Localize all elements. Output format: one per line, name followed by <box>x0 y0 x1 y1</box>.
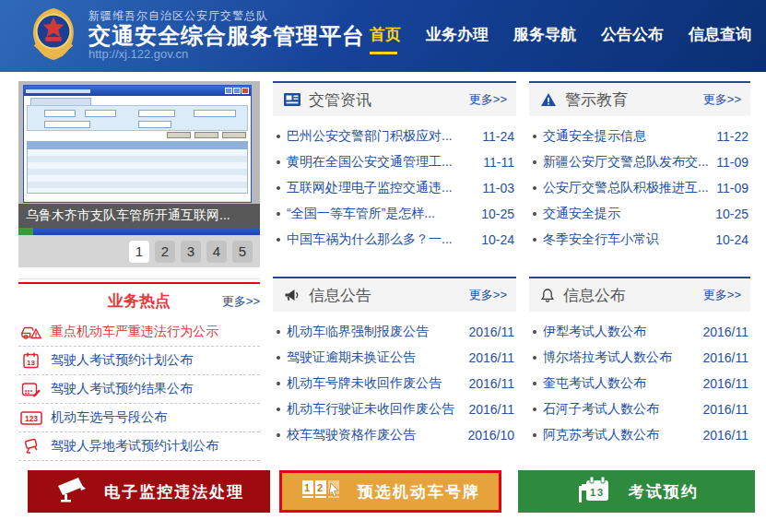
svg-text:13: 13 <box>27 359 35 367</box>
hotspot-item: 重点机动车严重违法行为公示 <box>18 318 260 347</box>
carousel-page-3[interactable]: 3 <box>181 241 201 263</box>
list-item: 机动车号牌未收回作废公告2016/11 <box>273 371 516 396</box>
banner-surveillance-violation[interactable]: 电子监控违法处理 <box>28 470 270 513</box>
bullet-dot <box>277 382 280 385</box>
news-carousel: 乌鲁木齐市支队车管所开通互联网... 1 2 3 4 5 <box>18 81 260 267</box>
quick-action-banners: 电子监控违法处理 1 2 预选机动车号牌 <box>0 470 766 513</box>
notice-link[interactable]: 机动车号牌未收回作废公告 <box>287 375 442 392</box>
news-link[interactable]: 巴州公安交警部门积极应对... <box>287 128 453 145</box>
news-link[interactable]: 黄明在全国公安交通管理工... <box>287 154 453 171</box>
car-alert-icon <box>18 323 44 341</box>
megaphone-icon <box>284 288 301 302</box>
item-date: 11-09 <box>716 181 748 195</box>
publish-link[interactable]: 博尔塔拉考试人数公布 <box>543 349 672 366</box>
site-url: http://xj.122.gov.cn <box>88 48 365 62</box>
hotspot-link-violation-publicity[interactable]: 重点机动车严重违法行为公示 <box>51 324 218 340</box>
banner-preselect-plate[interactable]: 1 2 预选机动车号牌 <box>279 470 502 513</box>
news-link[interactable]: 中国车祸为什么那么多？一... <box>287 231 453 248</box>
news-link[interactable]: 互联网处理电子监控交通违... <box>287 180 453 196</box>
screenshot-titlebar <box>24 86 251 96</box>
hotspot-link-plate-numbers[interactable]: 机动车选号号段公布 <box>51 409 167 426</box>
publish-link[interactable]: 石河子考试人数公布 <box>543 401 659 418</box>
bullet-dot <box>533 212 536 216</box>
screenshot-taskbar <box>18 228 260 235</box>
nav-item-home[interactable]: 首页 <box>370 24 401 54</box>
calendar-13-icon: 13 <box>18 351 44 370</box>
item-date: 2016/10 <box>467 428 514 443</box>
list-item: 伊犁考试人数公布2016/11 <box>529 319 750 345</box>
site-header: 新疆维吾尔自治区公安厅交警总队 交通安全综合服务管理平台 http://xj.1… <box>0 0 766 72</box>
bullet-dot <box>277 330 280 334</box>
bullet-dot <box>277 408 280 411</box>
warning-link[interactable]: 公安厅交警总队积极推进互... <box>543 180 709 196</box>
list-item: 石河子考试人数公布2016/11 <box>529 396 750 422</box>
warning-link[interactable]: 新疆公安厅交警总队发布交... <box>543 154 709 171</box>
notice-link[interactable]: 机动车行驶证未收回作废公告 <box>287 401 454 418</box>
warning-link[interactable]: 交通安全提示信息 <box>543 128 646 145</box>
warning-link[interactable]: 冬季安全行车小常识 <box>543 231 659 248</box>
nav-item-info-query[interactable]: 信息查询 <box>689 24 751 54</box>
nav-item-business[interactable]: 业务办理 <box>426 24 489 54</box>
section-traffic-news: 交管资讯 更多>> 巴州公安交警部门积极应对...11-24 黄明在全国公安交通… <box>273 81 516 277</box>
news-link[interactable]: “全国一等车管所”是怎样... <box>287 206 435 222</box>
carousel-slide-image[interactable]: 乌鲁木齐市支队车管所开通互联网... <box>18 81 260 235</box>
bullet-dot <box>533 135 536 138</box>
bullet-dot <box>277 238 280 242</box>
list-item: 中国车祸为什么那么多？一...10-24 <box>273 227 516 253</box>
warning-triangle-icon <box>540 92 557 107</box>
hotspot-link-remote-exam-plan[interactable]: 驾驶人异地考试预约计划公布 <box>51 438 218 455</box>
section-title: 交管资讯 <box>309 89 371 111</box>
publish-link[interactable]: 奎屯考试人数公布 <box>543 375 646 392</box>
section-title: 警示教育 <box>565 89 628 111</box>
item-date: 2016/11 <box>468 350 514 365</box>
nav-item-announcements[interactable]: 公告公布 <box>601 24 664 54</box>
hotspots-more-link[interactable]: 更多>> <box>222 293 260 310</box>
cctv-banner-icon <box>53 475 89 509</box>
banner-exam-appointment[interactable]: 13 考试预约 <box>518 470 755 513</box>
carousel-page-2[interactable]: 2 <box>155 241 175 263</box>
item-date: 10-24 <box>715 232 748 247</box>
list-item: 博尔塔拉考试人数公布2016/11 <box>529 345 750 371</box>
list-item: 阿克苏考试人数公布2016/11 <box>529 422 750 448</box>
item-date: 2016/11 <box>468 376 514 391</box>
item-date: 10-25 <box>481 207 514 221</box>
nav-item-service-guide[interactable]: 服务导航 <box>513 24 576 54</box>
carousel-caption[interactable]: 乌鲁木齐市支队车管所开通互联网... <box>18 204 260 228</box>
warning-link[interactable]: 交通安全提示 <box>543 206 620 222</box>
screenshot-table-area <box>24 96 251 201</box>
site-title-block: 新疆维吾尔自治区公安厅交警总队 交通安全综合服务管理平台 http://xj.1… <box>88 10 365 62</box>
list-item: 校车驾驶资格作废公告2016/10 <box>273 422 516 448</box>
item-date: 10-24 <box>481 232 514 247</box>
news-more-link[interactable]: 更多>> <box>469 91 507 108</box>
main-nav: 首页 业务办理 服务导航 公告公布 信息查询 <box>370 18 751 54</box>
notice-link[interactable]: 机动车临界强制报废公告 <box>287 324 429 340</box>
warning-more-link[interactable]: 更多>> <box>703 91 741 108</box>
carousel-pagination: 1 2 3 4 5 <box>18 235 260 267</box>
svg-text:1: 1 <box>304 482 312 493</box>
plate-numbers-banner-icon: 1 2 <box>301 476 343 508</box>
calendar-pencil-icon <box>18 380 44 398</box>
publish-link[interactable]: 阿克苏考试人数公布 <box>543 427 659 443</box>
list-item: 驾驶证逾期未换证公告2016/11 <box>273 345 516 371</box>
notice-link[interactable]: 驾驶证逾期未换证公告 <box>287 349 416 366</box>
list-item: 冬季安全行车小常识10-24 <box>529 227 750 253</box>
bullet-dot <box>533 356 536 360</box>
carousel-page-5[interactable]: 5 <box>232 241 253 263</box>
bullet-dot <box>533 238 536 242</box>
notice-link[interactable]: 校车驾驶资格作废公告 <box>287 427 416 443</box>
section-info-notice: 信息公告 更多>> 机动车临界强制报废公告2016/11 驾驶证逾期未换证公告2… <box>273 277 516 448</box>
list-item: 公安厅交警总队积极推进互...11-09 <box>529 175 750 201</box>
bullet-dot <box>277 160 280 164</box>
list-item: 新疆公安厅交警总队发布交...11-09 <box>529 149 750 175</box>
hotspot-link-exam-result[interactable]: 驾驶人考试预约结果公布 <box>51 381 193 397</box>
publish-link[interactable]: 伊犁考试人数公布 <box>543 324 646 340</box>
publish-more-link[interactable]: 更多>> <box>703 287 741 303</box>
bullet-dot <box>533 433 536 437</box>
bullet-dot <box>277 356 280 360</box>
bullet-dot <box>533 408 536 411</box>
notice-more-link[interactable]: 更多>> <box>469 287 507 303</box>
hotspot-link-exam-plan[interactable]: 驾驶人考试预约计划公布 <box>51 352 193 369</box>
carousel-page-1[interactable]: 1 <box>129 241 149 263</box>
carousel-page-4[interactable]: 4 <box>206 241 227 263</box>
bullet-dot <box>533 160 536 164</box>
